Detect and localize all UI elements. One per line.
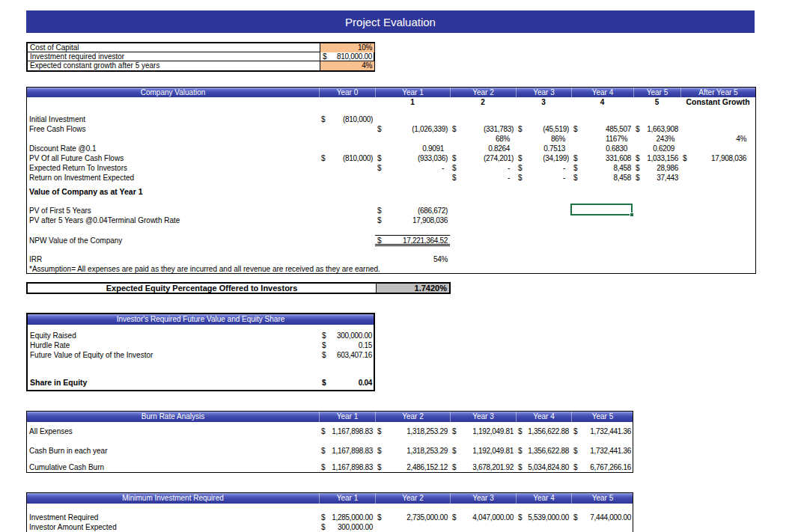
- cell-growth-rate[interactable]: 4%: [320, 61, 374, 70]
- currency-symbol: $: [377, 446, 381, 456]
- cell[interactable]: 0.6830: [571, 144, 633, 153]
- cell[interactable]: $8,458: [571, 173, 633, 183]
- cell[interactable]: 3: [516, 97, 571, 107]
- cell[interactable]: $1,167,898.83: [319, 462, 375, 472]
- cell[interactable]: 0.6209: [633, 144, 680, 153]
- cell[interactable]: $(1,026,339): [375, 124, 450, 134]
- cell[interactable]: $8,458: [571, 163, 633, 173]
- cell-npw-value[interactable]: $17,221,364.52: [375, 235, 450, 246]
- cell[interactable]: $1,732,441.36: [571, 426, 633, 436]
- year-numbers-row: 1 2 3 4 5 Constant Growth: [27, 97, 755, 107]
- minimum-investment-table: Minimum Investment Required Year 1 Year …: [26, 492, 633, 532]
- cell[interactable]: $6,767,266.16: [571, 462, 633, 472]
- cell-constant-growth[interactable]: Constant Growth: [680, 97, 755, 107]
- cell[interactable]: 0.8264: [450, 144, 516, 153]
- cell[interactable]: $2,486,152.12: [375, 462, 450, 472]
- cell[interactable]: $(274,201): [450, 153, 516, 163]
- cell[interactable]: $2,735,000.00: [375, 513, 450, 522]
- cell[interactable]: $-: [450, 163, 516, 173]
- header-year-1: Year 1: [319, 412, 375, 422]
- cell-value: (686,672): [418, 206, 448, 215]
- cell[interactable]: $1,356,622.88: [516, 446, 571, 456]
- cell[interactable]: 0.9091: [375, 144, 450, 153]
- cell[interactable]: $1,167,898.83: [319, 426, 375, 436]
- cell[interactable]: $1,033,156: [633, 153, 680, 163]
- cell[interactable]: $1,356,622.88: [516, 426, 571, 436]
- cell[interactable]: $37,443: [633, 173, 680, 183]
- currency-symbol: $: [452, 513, 456, 522]
- cell[interactable]: 0.7513: [516, 144, 571, 153]
- cell[interactable]: $28,986: [633, 163, 680, 173]
- cell-value: 3,678,201.92: [472, 462, 514, 472]
- header-year-2: Year 2: [375, 412, 450, 422]
- cell[interactable]: $7,444,000.00: [571, 513, 633, 522]
- currency-symbol: $: [452, 173, 456, 183]
- cell[interactable]: $5,034,824.80: [516, 462, 571, 472]
- row-label: Future Value of Equity of the Investor: [28, 350, 320, 360]
- equity-offer-value[interactable]: 1.7420%: [376, 284, 449, 293]
- cell[interactable]: $1,318,253.29: [375, 446, 450, 456]
- cell[interactable]: $0.15: [320, 340, 374, 350]
- cell[interactable]: $331,608: [571, 153, 633, 163]
- currency-symbol: $: [452, 462, 456, 472]
- cell[interactable]: $(331,783): [450, 124, 516, 134]
- cell[interactable]: $-: [516, 173, 571, 183]
- cell-value: (34,199): [543, 153, 569, 163]
- cell-value: -: [508, 163, 510, 173]
- cell-value: 1,356,622.88: [528, 426, 569, 436]
- cell-investment-required[interactable]: $810,000.00: [320, 52, 374, 61]
- cell[interactable]: $300,000.00: [319, 522, 375, 532]
- cell[interactable]: $1,318,253.29: [375, 426, 450, 436]
- cell[interactable]: $(810,000): [319, 114, 375, 124]
- cell[interactable]: $603,407.16: [320, 350, 374, 360]
- cell[interactable]: $3,678,201.92: [450, 462, 516, 472]
- cell[interactable]: $1,167,898.83: [319, 446, 375, 456]
- currency-symbol: $: [321, 114, 325, 124]
- cell[interactable]: $1,192,049.81: [450, 446, 516, 456]
- cell[interactable]: 2: [450, 97, 516, 107]
- cell[interactable]: $1,663,908: [633, 124, 680, 134]
- cell[interactable]: $1,192,049.81: [450, 426, 516, 436]
- cell[interactable]: $(34,199): [516, 153, 571, 163]
- cell[interactable]: $1,285,000.00: [319, 513, 375, 522]
- cell[interactable]: $-: [516, 163, 571, 173]
- cell[interactable]: 1: [375, 97, 450, 107]
- row-label: [27, 134, 319, 144]
- cell-cost-of-capital[interactable]: 10%: [320, 43, 374, 52]
- cell[interactable]: $300,000.00: [320, 331, 374, 340]
- table-row: Hurdle Rate $0.15: [28, 340, 374, 350]
- currency-symbol: $: [377, 513, 381, 522]
- cell[interactable]: $485,507: [571, 124, 633, 134]
- cell[interactable]: $17,908,036: [375, 215, 450, 225]
- burn-rate-table: Burn Rate Analysis Year 1 Year 2 Year 3 …: [26, 411, 633, 473]
- cell[interactable]: $(686,672): [375, 206, 450, 215]
- cell-value: 1,318,253.29: [406, 446, 448, 456]
- cell[interactable]: $(45,519): [516, 124, 571, 134]
- cell[interactable]: $1,732,441.36: [571, 446, 633, 456]
- cell-value: 17,221,364.52: [403, 236, 448, 244]
- row-label: Initial Investment: [27, 114, 319, 124]
- cell[interactable]: 5: [633, 97, 680, 107]
- cell[interactable]: $17,908,036: [680, 153, 755, 163]
- cell[interactable]: 4: [571, 97, 633, 107]
- currency-symbol: $: [518, 462, 522, 472]
- cell[interactable]: 1167%: [571, 134, 633, 144]
- cell[interactable]: 68%: [450, 134, 516, 144]
- cell-share-in-equity[interactable]: $0.04: [320, 378, 374, 388]
- cell[interactable]: $(933,036): [375, 153, 450, 163]
- active-cell-cursor[interactable]: [570, 204, 633, 215]
- cell[interactable]: 243%: [633, 134, 680, 144]
- currency-symbol: $: [322, 340, 326, 350]
- cell[interactable]: $-: [450, 173, 516, 183]
- cell[interactable]: $4,047,000.00: [450, 513, 516, 522]
- currency-symbol: $: [573, 163, 577, 173]
- cell[interactable]: $-: [375, 163, 450, 173]
- cell[interactable]: $(810,000): [319, 153, 375, 163]
- currency-symbol: $: [321, 522, 325, 532]
- cell[interactable]: 4%: [680, 134, 755, 144]
- cell[interactable]: $5,539,000.00: [516, 513, 571, 522]
- fill-handle[interactable]: [630, 213, 634, 217]
- cell-irr-value[interactable]: 54%: [375, 254, 450, 264]
- assumptions-table: Cost of Capital 10% Investment required …: [26, 42, 375, 72]
- cell[interactable]: 86%: [516, 134, 571, 144]
